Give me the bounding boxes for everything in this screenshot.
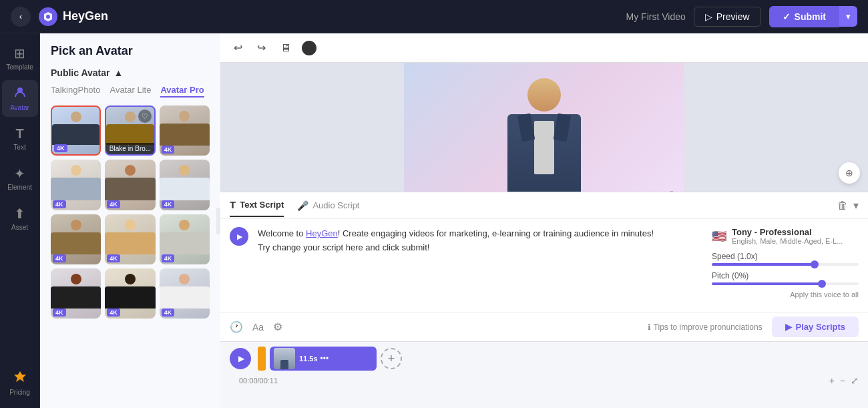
tab-text-script[interactable]: T Text Script bbox=[230, 194, 284, 217]
avatar-badge-9: 4K bbox=[162, 254, 175, 262]
timeline-play-button[interactable]: ▶ bbox=[230, 348, 251, 369]
element-icon: ✦ bbox=[14, 166, 25, 182]
back-button[interactable]: ‹ bbox=[11, 7, 31, 27]
zoom-icon: ⊕ bbox=[845, 168, 853, 178]
sidebar-item-element[interactable]: ✦ Element bbox=[2, 160, 38, 196]
info-icon: ℹ bbox=[648, 323, 651, 332]
avatar-card-10[interactable]: 4K bbox=[51, 268, 101, 319]
submit-button[interactable]: ✓ Submit bbox=[769, 6, 839, 27]
submit-label: Submit bbox=[795, 11, 826, 22]
avatar-panel: Pick an Avatar Public Avatar ▲ TalkingPh… bbox=[40, 33, 220, 408]
sidebar-item-text[interactable]: T Text bbox=[2, 121, 38, 156]
zoom-button[interactable]: ⊕ bbox=[839, 162, 860, 184]
nav-left: ‹ HeyGen bbox=[11, 7, 108, 27]
timeline-clip-1[interactable]: 11.5s ••• bbox=[270, 347, 377, 371]
avatar-badge-3: 4K bbox=[162, 146, 175, 154]
voice-name: Tony - Professional bbox=[732, 227, 843, 237]
sidebar-pricing-label: Pricing bbox=[9, 389, 30, 396]
delete-script-button[interactable]: 🗑 bbox=[837, 200, 848, 212]
sidebar-element-label: Element bbox=[7, 184, 32, 191]
timeline-area: ▶ 11.5s ••• + bbox=[220, 341, 868, 408]
chevron-down-icon: ▾ bbox=[846, 11, 851, 21]
script-text-area[interactable]: Welcome to HeyGen! Create engaging video… bbox=[258, 227, 702, 304]
submit-dropdown-button[interactable]: ▾ bbox=[839, 6, 857, 27]
tab-avatar-pro[interactable]: Avatar Pro bbox=[160, 85, 204, 97]
play-icon: ▶ bbox=[237, 232, 242, 241]
clip-duration: 11.5s bbox=[299, 355, 318, 363]
clip-menu-button[interactable]: ••• bbox=[320, 354, 329, 363]
avatar-card-5[interactable]: 4K bbox=[105, 160, 155, 210]
avatar-badge-12: 4K bbox=[162, 309, 175, 317]
sidebar-item-avatar[interactable]: Avatar bbox=[2, 80, 38, 117]
sidebar-text-label: Text bbox=[13, 144, 25, 151]
submit-btn-group: ✓ Submit ▾ bbox=[769, 6, 857, 27]
text-icon: T bbox=[15, 126, 23, 142]
add-scene-button[interactable]: + bbox=[381, 348, 402, 369]
sidebar-item-template[interactable]: ⊞ Template bbox=[2, 40, 38, 76]
avatar-card-1[interactable]: 4K bbox=[51, 106, 101, 156]
svg-marker-3 bbox=[14, 371, 26, 382]
sidebar-asset-label: Asset bbox=[11, 224, 28, 231]
redo-button[interactable]: ↪ bbox=[253, 39, 270, 57]
panel-collapse-button[interactable]: › bbox=[216, 208, 220, 234]
tab-talking-photo[interactable]: TalkingPhoto bbox=[51, 85, 100, 97]
preview-icon: ▷ bbox=[705, 11, 712, 22]
voice-info: 🇺🇸 Tony - Professional English, Male, Mi… bbox=[712, 227, 859, 245]
translate-icon[interactable]: Aa bbox=[252, 322, 264, 333]
timeline-zoom-out[interactable]: − bbox=[840, 375, 845, 386]
avatar-card-3[interactable]: 4K bbox=[160, 106, 210, 156]
avatar-card-12[interactable]: 4K bbox=[160, 268, 210, 319]
public-avatar-label: Public Avatar bbox=[51, 67, 110, 78]
sidebar-icons: ⊞ Template Avatar T Text ✦ Element ⬆ Ass… bbox=[0, 33, 40, 408]
timeline-expand[interactable]: ⤢ bbox=[851, 375, 859, 386]
speed-slider[interactable] bbox=[712, 263, 859, 266]
public-avatar-section[interactable]: Public Avatar ▲ bbox=[51, 67, 210, 78]
pitch-label: Pitch (0%) bbox=[712, 271, 859, 280]
monitor-button[interactable]: 🖥 bbox=[276, 39, 295, 57]
sidebar-template-label: Template bbox=[6, 63, 33, 71]
play-scripts-button[interactable]: ▶ Play Scripts bbox=[772, 317, 859, 337]
avatar-heart-2[interactable]: ♡ bbox=[138, 110, 152, 123]
refresh-icon[interactable]: ↻ bbox=[669, 188, 678, 192]
apply-voice-link[interactable]: Apply this voice to all bbox=[712, 290, 859, 298]
avatar-card-11[interactable]: 4K bbox=[105, 268, 155, 319]
speed-label: Speed (1.0x) bbox=[712, 252, 859, 261]
script-play-button[interactable]: ▶ bbox=[230, 227, 248, 246]
avatar-grid: 4K ♡ Blake in Bro... 4K bbox=[51, 106, 210, 319]
settings-icon[interactable]: ⚙ bbox=[273, 321, 282, 333]
text-script-icon: T bbox=[230, 199, 236, 210]
sidebar-item-asset[interactable]: ⬆ Asset bbox=[2, 200, 38, 236]
avatar-card-2[interactable]: ♡ Blake in Bro... bbox=[105, 106, 155, 156]
avatar-card-9[interactable]: 4K bbox=[160, 214, 210, 264]
undo-button[interactable]: ↩ bbox=[230, 39, 246, 57]
preview-button[interactable]: ▷ Preview bbox=[694, 7, 761, 27]
script-tabs: T Text Script 🎤 Audio Script 🗑 ▾ bbox=[220, 192, 868, 219]
avatar-card-8[interactable]: 4K bbox=[105, 214, 155, 264]
avatar-card-6[interactable]: 4K bbox=[160, 160, 210, 210]
tab-audio-script[interactable]: 🎤 Audio Script bbox=[297, 195, 359, 216]
preview-label: Preview bbox=[716, 11, 750, 22]
canvas-content: ↻ ⊕ bbox=[220, 63, 868, 192]
clock-icon[interactable]: 🕐 bbox=[230, 321, 243, 333]
timeline-zoom-in[interactable]: + bbox=[829, 375, 835, 386]
avatar-card-4[interactable]: 4K bbox=[51, 160, 101, 210]
heygen-link[interactable]: HeyGen bbox=[306, 228, 338, 238]
avatar-tabs: TalkingPhoto Avatar Lite Avatar Pro bbox=[51, 85, 210, 97]
color-selector[interactable] bbox=[302, 41, 316, 55]
pitch-slider[interactable] bbox=[712, 282, 859, 285]
tips-label: Tips to improve pronunciations bbox=[654, 323, 763, 332]
tips-link[interactable]: ℹ Tips to improve pronunciations bbox=[648, 323, 763, 332]
main-area: ⊞ Template Avatar T Text ✦ Element ⬆ Ass… bbox=[0, 33, 868, 408]
avatar-badge-6: 4K bbox=[162, 200, 175, 208]
app-title: HeyGen bbox=[63, 9, 108, 23]
avatar-icon bbox=[13, 85, 27, 102]
project-name: My First Video bbox=[626, 11, 686, 22]
timeline-time: 00:00/00:11 bbox=[230, 375, 287, 386]
collapse-script-button[interactable]: ▾ bbox=[853, 199, 859, 212]
tab-avatar-lite[interactable]: Avatar Lite bbox=[110, 85, 151, 97]
avatar-card-7[interactable]: 4K bbox=[51, 214, 101, 264]
canvas-area: ↩ ↪ 🖥 bbox=[220, 33, 868, 408]
timeline-play-icon: ▶ bbox=[238, 354, 244, 363]
svg-point-1 bbox=[46, 15, 50, 19]
sidebar-item-pricing[interactable]: Pricing bbox=[2, 365, 38, 401]
